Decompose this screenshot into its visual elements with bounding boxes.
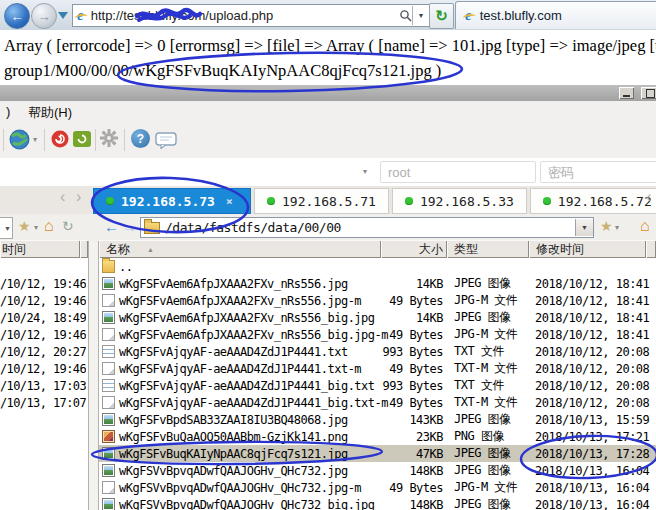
column-header-filler bbox=[646, 240, 656, 258]
left-time-row[interactable]: /10/12, 20:27 bbox=[0, 343, 86, 360]
left-time-row[interactable]: /10/12, 19:46 bbox=[0, 326, 86, 343]
chevron-down-icon[interactable]: ▾ bbox=[34, 223, 38, 232]
status-dot-icon bbox=[267, 197, 275, 205]
feedback-button[interactable] bbox=[155, 132, 177, 149]
table-row[interactable]: wKgFSFvAem6AfpJXAAA2FXv_nRs556.jpg-m 49 … bbox=[99, 292, 656, 309]
browser-refresh-button[interactable]: ↻ bbox=[429, 3, 454, 29]
left-time-row[interactable]: /10/12, 19:46 bbox=[0, 360, 86, 377]
window-maximize-button[interactable] bbox=[641, 87, 656, 99]
table-row[interactable]: wKgFSVvBpvqADwfQAAJOGHv_QHc732.jpg-m 49 … bbox=[99, 479, 656, 496]
status-dot-icon bbox=[106, 197, 114, 205]
table-row[interactable]: wKgFSFvBuqKAIyNpAAC8qjFcq7s121.jpg 47KB … bbox=[99, 445, 656, 462]
bookmark-star-icon[interactable]: ★ bbox=[600, 219, 613, 233]
file-type: JPEG 图像 bbox=[443, 445, 533, 462]
refresh-icon[interactable]: ↻ bbox=[62, 219, 74, 233]
table-row[interactable]: wKgFSFvAem6AfpJXAAA2FXv_nRs556_big.jpg 1… bbox=[99, 309, 656, 326]
chevron-down-icon: ▼ bbox=[418, 12, 425, 19]
tab-scroll-right-icon[interactable]: › bbox=[76, 189, 81, 205]
file-size: 148KB bbox=[371, 464, 443, 478]
column-header-name[interactable]: 名称 ▲ bbox=[99, 240, 381, 258]
table-row[interactable]: wKgFSFvAem6AfpJXAAA2FXv_nRs556.jpg 14KB … bbox=[99, 275, 656, 292]
left-time-row[interactable]: /10/12, 19:46 bbox=[0, 275, 86, 292]
history-dropdown-icon[interactable] bbox=[58, 12, 68, 19]
ie-icon: e bbox=[75, 8, 86, 23]
file-type-icon bbox=[102, 413, 115, 426]
toolbar-green-tool-button[interactable] bbox=[72, 129, 92, 149]
table-row[interactable]: .. bbox=[99, 258, 656, 275]
modified-time-text: /10/12, 19:46 bbox=[0, 277, 86, 291]
status-dot-icon bbox=[543, 197, 551, 205]
file-name: wKgFSVvBpvqADwfQAAJOGHv_QHc732_big.jpg bbox=[119, 498, 371, 510]
left-time-row[interactable]: /10/13, 17:03 bbox=[0, 377, 86, 394]
file-modified: 2018/10/12, 20:08 bbox=[533, 396, 649, 410]
column-header-type[interactable]: 类型 bbox=[447, 240, 529, 258]
file-type: TXT 文件 bbox=[443, 377, 533, 394]
username-input[interactable] bbox=[380, 161, 536, 183]
connect-button[interactable] bbox=[9, 129, 30, 150]
session-tab[interactable]: 192.168.5.33 × bbox=[392, 188, 527, 214]
chevron-down-icon[interactable]: ▾ bbox=[363, 167, 367, 176]
session-tab-label: 192.168.5.72 bbox=[558, 194, 652, 209]
close-icon[interactable]: × bbox=[226, 195, 233, 208]
file-name: .. bbox=[119, 260, 371, 274]
table-row[interactable]: wKgFSFvAem6AfpJXAAA2FXv_nRs556_big.jpg-m… bbox=[99, 326, 656, 343]
file-modified: 2018/10/13, 15:59 bbox=[533, 413, 649, 427]
browser-back-button[interactable]: ← bbox=[4, 3, 30, 29]
chevron-down-icon[interactable]: ▾ bbox=[615, 223, 619, 232]
left-path-dropdown-button[interactable]: ▼ bbox=[0, 217, 13, 239]
file-panels: ▼ ★ ▾ ⌂ ↻ ← → /data/fastdfs/data/00/00 ▼… bbox=[0, 214, 656, 510]
toolbar-red-tool-button[interactable] bbox=[50, 129, 70, 149]
session-tab-label: 192.168.5.73 bbox=[121, 194, 215, 209]
column-header-size[interactable]: 大小 bbox=[381, 240, 447, 258]
left-time-row[interactable]: /10/12, 19:46 bbox=[0, 292, 86, 309]
table-row[interactable]: wKgFSFvAjqyAF-aeAAAD4ZdJ1P4441.txt 993 B… bbox=[99, 343, 656, 360]
browser-forward-button[interactable]: → bbox=[31, 3, 57, 29]
browser-toolbar: ← → e http://test.blufly.com/upload.php … bbox=[0, 0, 656, 31]
table-row[interactable]: wKgFSFvBpdSAB33ZAAI8IU3BQ48068.jpg 143KB… bbox=[99, 411, 656, 428]
table-row[interactable]: wKgFSVvBpvqADwfQAAJOGHv_QHc732_big.jpg 1… bbox=[99, 496, 656, 510]
home-icon[interactable]: ⌂ bbox=[44, 218, 54, 234]
password-input[interactable] bbox=[540, 161, 656, 183]
help-button[interactable]: ? bbox=[131, 129, 150, 148]
connect-dropdown-icon[interactable]: ▾ bbox=[33, 135, 37, 144]
address-bar[interactable]: e http://test.blufly.com/upload.php ▼ bbox=[72, 4, 432, 27]
home-icon[interactable]: ⌂ bbox=[640, 218, 650, 234]
tab-scroll-left-icon[interactable]: ‹ bbox=[60, 189, 65, 205]
session-tab[interactable]: 192.168.5.71 × bbox=[254, 188, 389, 214]
file-type: JPEG 图像 bbox=[443, 462, 533, 479]
file-size: 993 Bytes bbox=[371, 345, 443, 359]
settings-button[interactable] bbox=[100, 129, 118, 147]
path-dropdown-button[interactable]: ▼ bbox=[575, 219, 593, 236]
file-name: wKgFSFvAem6AfpJXAAA2FXv_nRs556_big.jpg bbox=[119, 311, 371, 325]
table-row[interactable]: wKgFSFvAjqyAF-aeAAAD4ZdJ1P4441_big.txt 9… bbox=[99, 377, 656, 394]
file-name: wKgFSVvBpvqADwfQAAJOGHv_QHc732.jpg-m bbox=[119, 481, 371, 495]
table-row[interactable]: wKgFSFvAjqyAF-aeAAAD4ZdJ1P4441_big.txt-m… bbox=[99, 394, 656, 411]
table-row[interactable]: wKgFSVvBpvqADwfQAAJOGHv_QHc732.jpg 148KB… bbox=[99, 462, 656, 479]
path-input[interactable]: /data/fastdfs/data/00/00 ▼ bbox=[140, 217, 594, 238]
left-time-row[interactable]: /10/24, 18:49 bbox=[0, 309, 86, 326]
search-icon[interactable] bbox=[399, 9, 412, 22]
file-name: wKgFSFvBuQaAOQ50AABbm-GzjKk141.png bbox=[119, 430, 371, 444]
sort-ascending-icon: ▲ bbox=[147, 246, 154, 253]
tab-scroll-left-icon[interactable]: ‹ bbox=[646, 189, 651, 205]
nav-forward-icon[interactable]: → bbox=[122, 219, 137, 234]
window-minimize-button[interactable] bbox=[619, 87, 634, 99]
address-dropdown-button[interactable]: ▼ bbox=[412, 6, 429, 25]
menu-item-partial[interactable]: ) bbox=[6, 104, 10, 119]
left-time-row[interactable]: /10/13, 17:07 bbox=[0, 394, 86, 411]
table-row[interactable]: wKgFSFvBuQaAOQ50AABbm-GzjKk141.png 23KB … bbox=[99, 428, 656, 445]
session-tab[interactable]: 192.168.5.73 × bbox=[93, 188, 251, 214]
toolbar-separator bbox=[95, 129, 96, 151]
session-tab[interactable]: 192.168.5.72 × bbox=[530, 188, 656, 214]
file-modified: 2018/10/13, 17:21 bbox=[533, 430, 649, 444]
nav-back-icon[interactable]: ← bbox=[104, 219, 119, 234]
table-row[interactable]: wKgFSFvAjqyAF-aeAAAD4ZdJ1P4441.txt-m 49 … bbox=[99, 360, 656, 377]
panel-splitter-scrollbar[interactable] bbox=[88, 241, 99, 510]
menu-item-help[interactable]: 帮助(H) bbox=[28, 104, 72, 122]
chevron-down-icon: ▼ bbox=[581, 224, 588, 231]
browser-tab[interactable]: e test.blufly.com × bbox=[455, 1, 656, 29]
column-header-time[interactable]: 时间 bbox=[0, 240, 80, 258]
app-menu-bar: ) 帮助(H) bbox=[0, 101, 656, 122]
bookmark-star-icon[interactable]: ★ bbox=[18, 219, 31, 233]
column-header-modified[interactable]: 修改时间 bbox=[529, 240, 646, 258]
